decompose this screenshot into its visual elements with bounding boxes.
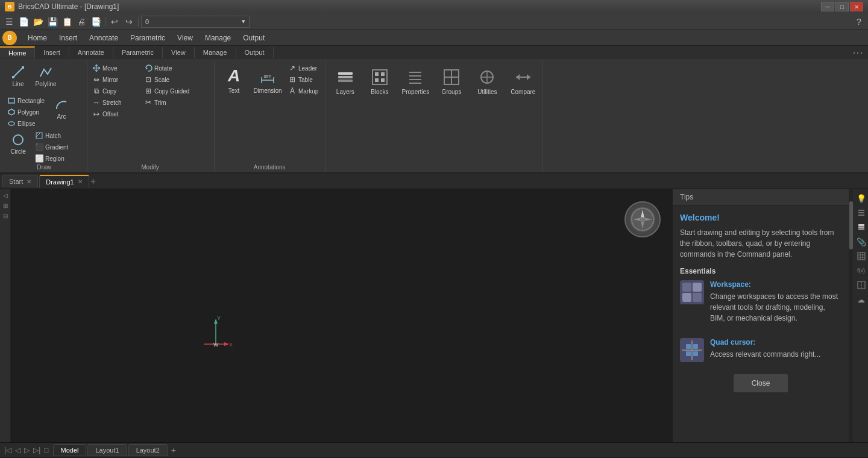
qa-help-button[interactable]: ? [852,15,866,28]
ribbon-region-button[interactable]: ⬜ Region [33,153,71,164]
ribbon-layers-button[interactable]: Layers [329,64,362,101]
layout-tab-layout1[interactable]: Layout1 [87,444,127,456]
ribbon-tab-view[interactable]: View [163,47,195,58]
ri-formula-button[interactable]: f(x) [855,264,868,277]
ri-lightbulb-button[interactable]: 💡 [855,192,868,205]
ribbon-properties-button[interactable]: Properties [397,64,433,101]
ribbon-markup-button[interactable]: Ā Markup [286,86,321,96]
circle-label: Circle [10,148,26,155]
ri-layers-button[interactable] [855,221,868,234]
compass-inner [631,207,655,231]
layout-nav-box[interactable]: □ [42,446,50,454]
layout-tab-model[interactable]: Model [53,444,87,456]
ri-clip-button[interactable]: 📎 [855,235,868,248]
tips-scrollbar[interactable] [849,189,854,442]
ribbon-tab-home[interactable]: Home [0,46,35,58]
qa-menu-button[interactable]: ☰ [2,15,16,28]
layout-nav-next[interactable]: ▷ [22,446,31,454]
ribbon-gradient-button[interactable]: ⬛ Gradient [33,142,71,152]
close-button[interactable]: ✕ [850,2,863,11]
copy-label: Copy [102,88,116,95]
qa-save-button[interactable]: 💾 [46,15,59,28]
tab-drawing1[interactable]: Drawing1 ✕ [39,175,89,188]
ribbon-groups-button[interactable]: Groups [435,64,468,101]
ribbon-move-button[interactable]: Move [90,63,141,74]
layout-add-button[interactable]: + [169,445,178,455]
canvas-area[interactable]: Y X W [11,189,673,442]
ribbon-arc-button[interactable]: Arc [48,95,75,127]
qa-open-button[interactable]: 📂 [31,15,45,28]
ribbon-tab-parametric[interactable]: Parametric [113,47,163,58]
titlebar-controls[interactable]: ─ □ ✕ [821,2,863,11]
ribbon-circle-button[interactable]: Circle [5,130,31,162]
ribbon-rotate-button[interactable]: Rotate [142,63,193,74]
lt-tool2[interactable]: ⊟ [1,211,10,221]
menu-insert[interactable]: Insert [53,31,83,45]
qa-print2-button[interactable]: 📑 [89,15,102,28]
ribbon-tab-output[interactable]: Output [236,47,274,58]
qa-undo-button[interactable]: ↩ [108,15,121,28]
lt-tool1[interactable]: ⊞ [1,201,10,210]
layout-nav-prev[interactable]: ◁ [13,446,22,454]
ri-properties-button[interactable] [855,206,868,219]
menu-parametric[interactable]: Parametric [124,31,171,45]
qa-new-button[interactable]: 📄 [17,15,30,28]
qa-saveas-button[interactable]: 📋 [60,15,74,28]
ribbon-line-button[interactable]: Line [5,63,31,94]
ribbon-tab-manage[interactable]: Manage [195,47,236,58]
svg-rect-16 [338,76,353,78]
menu-home[interactable]: Home [22,31,53,45]
ribbon-more-button[interactable]: ⋯ [848,46,868,59]
modify-group-label: Modify [141,164,159,172]
layout-tab-layout2[interactable]: Layout2 [128,444,168,456]
tab-start-close[interactable]: ✕ [27,178,31,185]
ribbon-tab-insert[interactable]: Insert [35,47,69,58]
tab-add-button[interactable]: + [90,177,96,186]
ri-section-button[interactable] [855,278,868,292]
ribbon-rectangle-button[interactable]: Rectangle [5,95,47,106]
ribbon-dimension-button[interactable]: dim Dimension [252,63,283,100]
lt-expand-button[interactable]: ◁ [1,190,10,200]
menu-view[interactable]: View [171,31,199,45]
compare-label: Compare [511,89,535,95]
ribbon-mirror-button[interactable]: ⇔ Mirror [90,74,141,85]
qa-redo-button[interactable]: ↪ [122,15,136,28]
minimize-button[interactable]: ─ [821,2,834,11]
ribbon-blocks-button[interactable]: Blocks [363,64,396,101]
ribbon-scale-button[interactable]: ⊡ Scale [142,74,193,85]
region-label: Region [45,155,64,162]
svg-rect-65 [858,224,864,226]
menu-annotate[interactable]: Annotate [83,31,124,45]
ribbon-text-button[interactable]: A Text [218,63,250,100]
layout-nav-first[interactable]: |◁ [2,446,13,454]
layout-nav-last[interactable]: ▷| [31,446,42,454]
ribbon-polygon-button[interactable]: Polygon [5,107,47,118]
ri-grid-button[interactable] [855,249,868,263]
ri-cloud-button[interactable]: ☁ [855,293,868,306]
ribbon-offset-button[interactable]: ↦ Offset [90,108,141,119]
ribbon-copy-button[interactable]: ⧉ Copy [90,86,141,96]
tips-scroll-thumb[interactable] [849,201,853,249]
ribbon-utilities-button[interactable]: Utilities [469,64,505,101]
ribbon-table-button[interactable]: ⊞ Table [286,74,321,85]
ribbon-compare-button[interactable]: Compare [506,64,539,101]
ribbon-trim-button[interactable]: ✂ Trim [142,97,193,108]
ribbon-polyline-button[interactable]: Polyline [33,63,59,94]
ribbon-stretch-button[interactable]: ↔ Stretch [90,97,141,108]
ribbon-ellipse-button[interactable]: Ellipse [5,118,47,129]
tips-close-button[interactable]: Close [734,374,788,392]
compass [624,201,661,237]
tab-drawing1-close[interactable]: ✕ [78,178,83,185]
layer-dropdown[interactable]: 0 ▾ [141,16,250,28]
menu-manage[interactable]: Manage [199,31,237,45]
maximize-button[interactable]: □ [835,2,849,11]
app-logo[interactable]: B [2,31,17,45]
tab-start[interactable]: Start ✕ [2,175,38,187]
scale-icon: ⊡ [144,75,153,84]
qa-print-button[interactable]: 🖨 [75,15,88,28]
ribbon-tab-annotate[interactable]: Annotate [69,47,113,58]
ribbon-copyguid-button[interactable]: ⊞ Copy Guided [142,86,193,96]
ribbon-leader-button[interactable]: ↗ Leader [286,63,321,74]
ribbon-hatch-button[interactable]: Hatch [33,130,71,141]
menu-output[interactable]: Output [237,31,271,45]
